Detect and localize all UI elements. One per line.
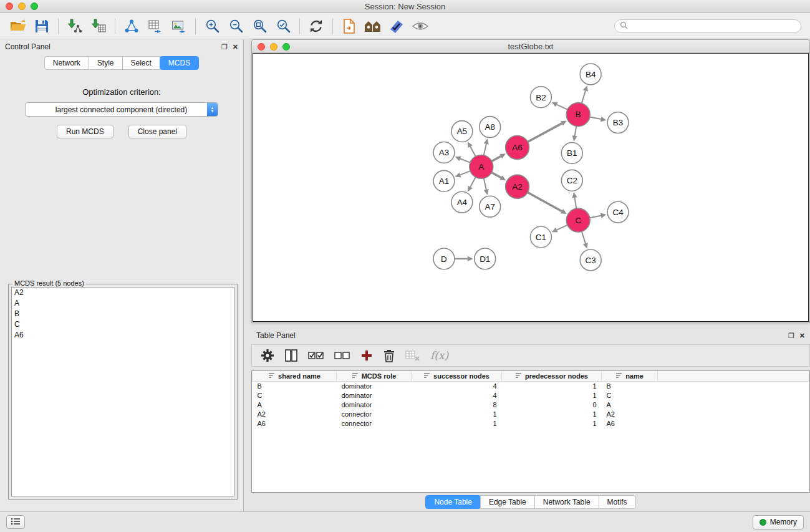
node-A[interactable]: A <box>470 155 493 179</box>
network-window-controls[interactable] <box>258 43 290 51</box>
window-controls[interactable] <box>6 2 38 10</box>
tab-style[interactable]: Style <box>89 56 123 70</box>
table-row[interactable]: A2connector11A2 <box>253 410 809 419</box>
network-close-button[interactable] <box>258 43 265 51</box>
task-history-button[interactable] <box>6 515 25 529</box>
table-row[interactable]: Adominator80A <box>253 400 809 410</box>
edge-A-A4[interactable] <box>470 177 476 187</box>
node-A1[interactable]: A1 <box>433 171 455 192</box>
edge-B-B3[interactable] <box>590 117 601 120</box>
open-folder-icon[interactable] <box>6 16 30 37</box>
node-D[interactable]: D <box>433 248 455 269</box>
node-C4[interactable]: C4 <box>607 202 629 223</box>
memory-button[interactable]: Memory <box>753 515 804 530</box>
edge-B-B2[interactable] <box>557 105 567 110</box>
edge-C-C3[interactable] <box>582 232 586 244</box>
save-icon[interactable] <box>30 16 54 37</box>
float-panel-icon[interactable]: ❐ <box>221 44 228 51</box>
node-A5[interactable]: A5 <box>451 121 473 142</box>
close-table-panel-icon[interactable]: ✕ <box>799 332 805 339</box>
result-list-item[interactable]: B <box>12 309 234 319</box>
edge-C-C4[interactable] <box>590 216 601 218</box>
node-A3[interactable]: A3 <box>433 142 455 163</box>
tab-network-table[interactable]: Network Table <box>534 495 599 509</box>
node-A6[interactable]: A6 <box>506 136 529 160</box>
node-C2[interactable]: C2 <box>561 170 582 191</box>
edge-A-A1[interactable] <box>460 172 470 175</box>
node-C1[interactable]: C1 <box>531 227 552 248</box>
minimize-window-button[interactable] <box>18 2 26 10</box>
column-header-shared-name[interactable]: shared name <box>253 371 337 382</box>
eye-icon[interactable] <box>408 16 432 37</box>
tab-edge-table[interactable]: Edge Table <box>480 495 535 509</box>
optimization-criterion-select[interactable]: largest connected component (directed) ▲… <box>25 102 218 117</box>
delete-icon[interactable] <box>383 349 395 362</box>
node-A4[interactable]: A4 <box>451 192 473 213</box>
close-window-button[interactable] <box>6 2 13 10</box>
edge-A6-B[interactable] <box>528 123 562 142</box>
column-header-name[interactable]: name <box>602 371 658 382</box>
tab-mcds[interactable]: MCDS <box>160 56 199 70</box>
result-list-item[interactable]: C <box>12 319 234 330</box>
network-window-titlebar[interactable]: testGlobe.txt <box>252 40 809 53</box>
new-network-icon[interactable] <box>120 16 143 37</box>
zoom-in-icon[interactable] <box>200 16 224 37</box>
node-A8[interactable]: A8 <box>480 117 501 138</box>
node-B1[interactable]: B1 <box>561 143 582 164</box>
edge-C-C1[interactable] <box>557 225 567 230</box>
tab-select[interactable]: Select <box>122 56 160 70</box>
node-B[interactable]: B <box>566 103 590 127</box>
run-mcds-button[interactable]: Run MCDS <box>57 125 113 138</box>
edge-A-A5[interactable] <box>470 147 476 157</box>
table-row[interactable]: Bdominator41B <box>253 382 809 391</box>
add-icon[interactable] <box>360 349 373 362</box>
node-C[interactable]: C <box>566 209 590 233</box>
column-header-predecessor-nodes[interactable]: predecessor nodes <box>502 371 602 382</box>
node-B3[interactable]: B3 <box>607 112 629 133</box>
result-list-item[interactable]: A2 <box>12 288 234 298</box>
edge-C-C2[interactable] <box>575 198 577 209</box>
export-document-icon[interactable] <box>337 16 361 37</box>
node-table-container[interactable]: shared nameMCDS rolesuccessor nodesprede… <box>251 370 810 493</box>
float-table-panel-icon[interactable]: ❐ <box>788 332 794 339</box>
zoom-fit-icon[interactable] <box>248 16 271 37</box>
zoom-out-icon[interactable] <box>224 16 248 37</box>
network-maximize-button[interactable] <box>282 43 290 51</box>
export-image-icon[interactable] <box>167 16 191 37</box>
result-list-item[interactable]: A <box>12 298 234 309</box>
gear-icon[interactable] <box>261 349 274 362</box>
column-header-successor-nodes[interactable]: successor nodes <box>412 371 502 382</box>
new-table-icon[interactable] <box>143 16 167 37</box>
maximize-window-button[interactable] <box>31 2 38 10</box>
refresh-icon[interactable] <box>304 16 328 37</box>
edge-A-A7[interactable] <box>484 178 486 190</box>
network-minimize-button[interactable] <box>270 43 277 51</box>
node-D1[interactable]: D1 <box>475 248 496 269</box>
edge-A-A2[interactable] <box>491 173 501 178</box>
column-header-MCDS-role[interactable]: MCDS role <box>337 371 412 382</box>
node-B4[interactable]: B4 <box>580 64 601 85</box>
search-box[interactable] <box>614 19 801 33</box>
close-panel-icon[interactable]: ✕ <box>233 44 238 51</box>
search-input[interactable] <box>631 22 796 31</box>
tab-motifs[interactable]: Motifs <box>599 495 636 509</box>
network-canvas[interactable]: B4B2BB3A5A8A6A3B1AA1C2A2A4A7C4CC1C3DD1 <box>253 53 809 322</box>
node-C3[interactable]: C3 <box>580 249 601 271</box>
tab-node-table[interactable]: Node Table <box>425 495 481 509</box>
zoom-selected-icon[interactable] <box>271 16 295 37</box>
edge-A-A8[interactable] <box>484 144 486 155</box>
function-builder-button[interactable]: f(x) <box>430 349 448 362</box>
table-header-row[interactable]: shared nameMCDS rolesuccessor nodesprede… <box>253 371 809 382</box>
delete-column-icon[interactable] <box>405 349 420 362</box>
table-row[interactable]: Cdominator41C <box>253 391 809 400</box>
home-pair-icon[interactable] <box>361 16 385 37</box>
node-A2[interactable]: A2 <box>506 175 529 199</box>
edge-B-B4[interactable] <box>582 91 586 104</box>
edge-A-A3[interactable] <box>460 159 470 163</box>
import-table-icon[interactable] <box>87 16 110 37</box>
columns-icon[interactable] <box>284 349 298 362</box>
node-A7[interactable]: A7 <box>480 196 501 218</box>
tab-network[interactable]: Network <box>44 56 89 70</box>
close-panel-button[interactable]: Close panel <box>128 125 186 138</box>
edge-A2-C[interactable] <box>528 193 562 211</box>
